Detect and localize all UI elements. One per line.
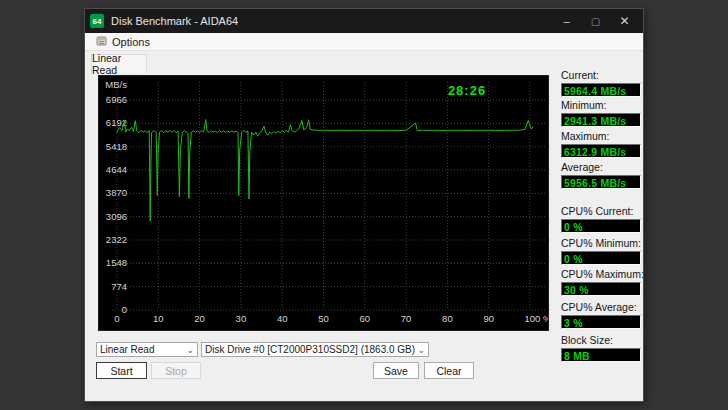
clear-button[interactable]: Clear xyxy=(424,362,474,379)
svg-text:3096: 3096 xyxy=(106,211,127,222)
save-button[interactable]: Save xyxy=(373,362,419,379)
stat-group: Block Size:8 MB xyxy=(561,334,641,362)
close-icon[interactable]: ✕ xyxy=(610,9,639,33)
aida64-disk-benchmark-window: 64 Disk Benchmark - AIDA64 – ▢ ✕ Optio xyxy=(84,8,644,402)
stats-panel: Current:5964.4 MB/sMinimum:2941.3 MB/sMa… xyxy=(561,59,641,359)
benchmark-chart: 696661925418464438703096232215487740MB/s… xyxy=(98,75,549,331)
stat-label: CPU% Current: xyxy=(561,205,641,217)
svg-text:80: 80 xyxy=(442,313,453,324)
svg-text:70: 70 xyxy=(401,313,412,324)
stat-value: 6312.9 MB/s xyxy=(561,144,641,158)
svg-text:1548: 1548 xyxy=(106,257,127,268)
stat-value: 8 MB xyxy=(561,348,641,362)
stat-group: CPU% Average:3 % xyxy=(561,301,641,329)
svg-text:60: 60 xyxy=(360,313,371,324)
options-icon xyxy=(96,35,108,49)
stat-label: Average: xyxy=(561,161,641,173)
chevron-down-icon: ⌄ xyxy=(186,347,194,353)
svg-text:40: 40 xyxy=(277,313,288,324)
maximize-icon[interactable]: ▢ xyxy=(581,9,610,33)
svg-text:10: 10 xyxy=(153,313,164,324)
stat-value: 5956.5 MB/s xyxy=(561,175,641,189)
benchmark-type-value: Linear Read xyxy=(100,344,184,355)
start-button[interactable]: Start xyxy=(96,362,147,379)
svg-text:774: 774 xyxy=(111,281,127,292)
minimize-icon[interactable]: – xyxy=(552,9,581,33)
stat-value: 5964.4 MB/s xyxy=(561,83,641,97)
svg-text:90: 90 xyxy=(483,313,494,324)
benchmark-panel: Linear Read 6966619254184644387030962322… xyxy=(85,51,643,401)
stop-button[interactable]: Stop xyxy=(151,362,201,379)
stat-group: Maximum:6312.9 MB/s xyxy=(561,130,641,158)
stat-value: 0 % xyxy=(561,251,641,265)
stat-value: 3 % xyxy=(561,315,641,329)
desktop-background: 64 Disk Benchmark - AIDA64 – ▢ ✕ Optio xyxy=(0,0,728,410)
svg-text:28:26: 28:26 xyxy=(448,83,486,98)
stat-label: CPU% Maximum: xyxy=(561,268,641,280)
svg-text:4644: 4644 xyxy=(106,164,127,175)
svg-text:0: 0 xyxy=(114,313,119,324)
svg-text:30: 30 xyxy=(236,313,247,324)
stat-label: Current: xyxy=(561,69,641,81)
svg-text:2322: 2322 xyxy=(106,234,127,245)
svg-text:50: 50 xyxy=(318,313,329,324)
svg-text:100 %: 100 % xyxy=(525,313,548,324)
titlebar[interactable]: 64 Disk Benchmark - AIDA64 – ▢ ✕ xyxy=(85,9,643,33)
drive-select-value: Disk Drive #0 [CT2000P310SSD2] (1863.0 G… xyxy=(205,344,415,355)
window-controls: – ▢ ✕ xyxy=(552,9,643,33)
benchmark-type-select[interactable]: Linear Read ⌄ xyxy=(96,342,198,357)
stat-value: 30 % xyxy=(561,282,641,296)
stat-group: CPU% Current:0 % xyxy=(561,205,641,233)
stat-value: 0 % xyxy=(561,219,641,233)
stat-label: Maximum: xyxy=(561,130,641,142)
svg-text:6966: 6966 xyxy=(106,94,127,105)
svg-text:5418: 5418 xyxy=(106,141,127,152)
tab-linear-read[interactable]: Linear Read xyxy=(91,54,147,73)
stat-label: CPU% Minimum: xyxy=(561,237,641,249)
stat-group: CPU% Minimum:0 % xyxy=(561,237,641,265)
stat-group: Current:5964.4 MB/s xyxy=(561,69,641,97)
options-menu[interactable]: Options xyxy=(91,33,155,50)
stat-label: Minimum: xyxy=(561,99,641,111)
options-label: Options xyxy=(112,36,150,48)
svg-text:MB/s: MB/s xyxy=(105,79,127,90)
chevron-down-icon: ⌄ xyxy=(417,347,425,353)
menu-bar: Options xyxy=(85,33,643,51)
window-title: Disk Benchmark - AIDA64 xyxy=(111,15,238,27)
stat-group: Minimum:2941.3 MB/s xyxy=(561,99,641,127)
svg-text:3870: 3870 xyxy=(106,187,127,198)
svg-text:0: 0 xyxy=(122,304,127,315)
drive-select[interactable]: Disk Drive #0 [CT2000P310SSD2] (1863.0 G… xyxy=(201,342,429,357)
stat-value: 2941.3 MB/s xyxy=(561,113,641,127)
svg-text:20: 20 xyxy=(194,313,205,324)
stat-label: CPU% Average: xyxy=(561,301,641,313)
stat-group: CPU% Maximum:30 % xyxy=(561,268,641,296)
stat-label: Block Size: xyxy=(561,334,641,346)
aida64-app-icon: 64 xyxy=(90,14,104,28)
stat-group: Average:5956.5 MB/s xyxy=(561,161,641,189)
